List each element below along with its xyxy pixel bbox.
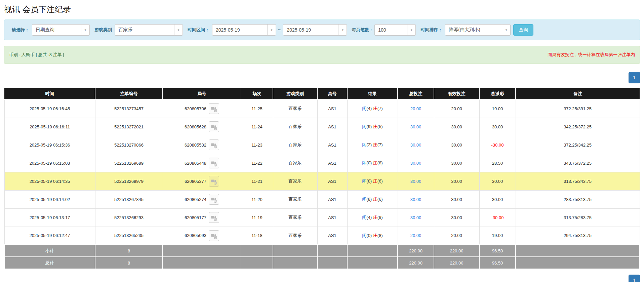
banker-result: 庄(6): [373, 197, 383, 202]
video-replay-button[interactable]: [209, 158, 219, 168]
session-cell: 11-21: [241, 172, 273, 190]
remark-cell: 294.75/313.75: [516, 227, 640, 245]
footer-label-cell: 总计: [4, 257, 95, 269]
total-bet-link[interactable]: 30.00: [410, 124, 421, 129]
video-replay-button[interactable]: [209, 212, 219, 223]
date-to-select[interactable]: 2025-05-19 ▼: [283, 24, 347, 36]
result-cell: 闲(2) 庄(7): [347, 136, 398, 154]
total-bet-link[interactable]: 30.00: [410, 215, 421, 220]
round-cell: 620805448: [163, 154, 241, 172]
chevron-down-icon[interactable]: ▼: [502, 25, 510, 35]
game-type-cell: 百家乐: [273, 190, 317, 208]
page-size-select[interactable]: 100 ▼: [374, 24, 416, 36]
video-replay-button[interactable]: [209, 176, 219, 187]
table-no-cell: AS1: [317, 136, 347, 154]
search-button[interactable]: 查询: [513, 24, 533, 36]
remark-cell: 343.75/372.25: [516, 154, 640, 172]
time-sort-label: 时间排序：: [420, 27, 442, 33]
banker-result: 庄(9): [373, 215, 383, 220]
video-replay-button[interactable]: [209, 230, 219, 241]
table-row: 2025-05-19 06:15:36 522513270866 6208055…: [4, 136, 640, 154]
table-no-cell: AS1: [317, 190, 347, 208]
time-cell: 2025-05-19 06:12:47: [4, 227, 95, 245]
video-replay-button[interactable]: [209, 121, 219, 132]
player-result: 闲(0): [362, 233, 372, 238]
total-bet-link[interactable]: 30.00: [410, 161, 421, 166]
chevron-down-icon[interactable]: ▼: [407, 25, 415, 35]
remark-cell: 313.75/343.75: [516, 172, 640, 190]
valid-bet-cell: 30.00: [434, 172, 479, 190]
date-from-select[interactable]: 2025-05-19 ▼: [212, 24, 276, 36]
total-bet-cell: 30.00: [398, 208, 434, 227]
total-bet-cell: 30.00: [398, 154, 434, 172]
column-header: 备注: [516, 88, 640, 99]
table-no-cell: AS1: [317, 208, 347, 227]
column-header: 结果: [347, 88, 398, 99]
total-bet-link[interactable]: 30.00: [410, 143, 421, 148]
column-header: 场次: [241, 88, 273, 99]
video-replay-button[interactable]: [209, 194, 219, 205]
video-camera-icon: [210, 178, 218, 185]
table-foot: 小计 8 220.00 220.00 96.50 总计 8 220.00 220…: [4, 245, 640, 269]
total-bet-cell: 30.00: [398, 136, 434, 154]
payout-cell: -30.00: [479, 136, 516, 154]
total-bet-link[interactable]: 20.00: [410, 233, 421, 238]
game-type-select[interactable]: 百家乐 ▼: [115, 24, 183, 36]
footer-empty-cell: [163, 257, 241, 269]
chevron-down-icon[interactable]: ▼: [338, 25, 347, 35]
pagination-top: 1: [4, 72, 640, 83]
player-result: 闲(8): [362, 197, 372, 202]
table-body: 2025-05-19 06:16:45 522513273457 6208057…: [4, 99, 640, 245]
time-cell: 2025-05-19 06:16:11: [4, 118, 95, 136]
round-id: 620805532: [185, 143, 206, 148]
footer-empty-cell: [163, 245, 241, 257]
round-id: 620805377: [185, 179, 206, 184]
session-cell: 11-25: [241, 99, 273, 118]
time-sort-select[interactable]: 降幂(由大到小) ▼: [445, 24, 511, 36]
payout-cell: 30.00: [479, 190, 516, 208]
player-result: 闲(2): [362, 142, 372, 147]
table-no-cell: AS1: [317, 99, 347, 118]
chevron-down-icon[interactable]: ▼: [174, 25, 183, 35]
bet-id-cell: 522513273457: [95, 99, 163, 118]
page-title: 视讯 会员下注纪录: [4, 4, 640, 15]
video-replay-button[interactable]: [209, 103, 219, 114]
table-row: 2025-05-19 06:16:11 522513272021 6208056…: [4, 118, 640, 136]
table-row: 2025-05-19 06:13:17 522513266293 6208051…: [4, 208, 640, 227]
player-result: 闲(4): [362, 106, 372, 111]
video-replay-button[interactable]: [209, 139, 219, 150]
chevron-down-icon[interactable]: ▼: [267, 25, 276, 35]
valid-bet-cell: 30.00: [434, 118, 479, 136]
session-cell: 11-23: [241, 136, 273, 154]
footer-empty-cell: [516, 257, 640, 269]
session-cell: 11-18: [241, 227, 273, 245]
footer-empty-cell: [317, 245, 347, 257]
chevron-down-icon[interactable]: ▼: [81, 25, 89, 35]
video-camera-icon: [210, 123, 218, 131]
time-cell: 2025-05-19 06:14:02: [4, 190, 95, 208]
payout-cell: 19.00: [479, 227, 516, 245]
round-cell: 620805628: [163, 118, 241, 136]
table-no-cell: AS1: [317, 172, 347, 190]
column-header: 桌号: [317, 88, 347, 99]
footer-count-cell: 8: [95, 245, 163, 257]
query-type-select[interactable]: 日期查询 ▼: [32, 24, 90, 36]
payout-cell: 28.50: [479, 154, 516, 172]
session-cell: 11-24: [241, 118, 273, 136]
total-bet-link[interactable]: 30.00: [410, 179, 421, 184]
banker-result: 庄(7): [373, 142, 383, 147]
page-size-label: 每页笔数 :: [352, 27, 372, 33]
game-type-cell: 百家乐: [273, 227, 317, 245]
total-bet-link[interactable]: 30.00: [410, 197, 421, 202]
round-id: 620805177: [185, 215, 206, 220]
page-1-button[interactable]: 1: [629, 72, 640, 83]
page-1-button[interactable]: 1: [629, 275, 640, 282]
footer-label-cell: 小计: [4, 245, 95, 257]
result-cell: 闲(8) 庄(6): [347, 172, 398, 190]
banker-result: 庄(5): [373, 124, 383, 129]
remark-cell: 372.25/342.25: [516, 136, 640, 154]
video-camera-icon: [210, 160, 218, 167]
result-cell: 闲(4) 庄(7): [347, 99, 398, 118]
query-type-label: 请选择：: [12, 27, 29, 33]
total-bet-link[interactable]: 20.00: [410, 106, 421, 111]
